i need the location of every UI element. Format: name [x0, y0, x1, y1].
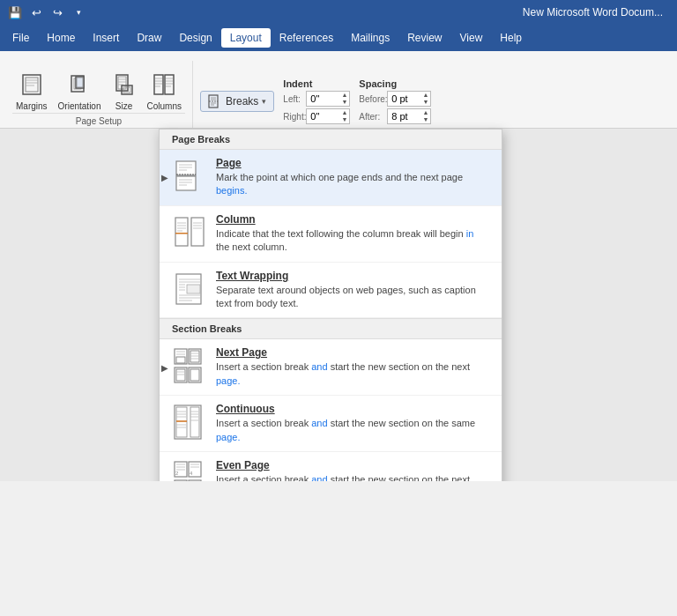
title-bar: 💾 ↩ ↪ ▾ New Microsoft Word Docum... — [0, 0, 677, 25]
size-label: Size — [115, 101, 132, 111]
svg-rect-98 — [175, 480, 187, 481]
even-page-icon: 2 4 — [172, 461, 207, 481]
page-break-desc: Mark the point at which one page ends an… — [216, 171, 489, 198]
continuous-text: Continuous Insert a section break and st… — [216, 403, 489, 444]
indent-left-down[interactable]: ▼ — [341, 99, 347, 106]
menu-draw[interactable]: Draw — [128, 28, 170, 48]
svg-rect-32 — [176, 161, 196, 175]
page-break-text: Page Mark the point at which one page en… — [216, 157, 489, 198]
svg-rect-75 — [190, 369, 199, 381]
breaks-dropdown: Page Breaks ▶ Page — [159, 129, 502, 481]
text-wrapping-icon — [172, 271, 207, 307]
menu-view[interactable]: View — [451, 28, 492, 48]
breaks-option-column[interactable]: Column Indicate that the text following … — [160, 206, 502, 263]
svg-rect-47 — [175, 233, 188, 234]
option-arrow-next-page: ▶ — [161, 362, 168, 372]
continuous-icon — [172, 404, 207, 440]
indent-right-input[interactable]: 0" ▲ ▼ — [306, 108, 350, 124]
quick-access-more[interactable]: ▾ — [69, 3, 88, 22]
page-breaks-header: Page Breaks — [160, 130, 502, 150]
spacing-after-label: After: — [359, 112, 383, 122]
margins-button[interactable]: Margins — [12, 71, 51, 113]
next-page-text: Next Page Insert a section break and sta… — [216, 346, 489, 388]
breaks-option-even-page[interactable]: 2 4 Even Page Insert a section break and… — [160, 452, 502, 481]
continuous-title: Continuous — [216, 403, 489, 415]
columns-button[interactable]: Columns — [144, 71, 185, 113]
quick-access-save[interactable]: 💾 — [5, 3, 25, 22]
layout-options: Breaks ▾ Indent Left: 0" ▲ ▼ — [193, 75, 672, 128]
breaks-option-continuous[interactable]: Continuous Insert a section break and st… — [160, 396, 502, 452]
next-page-desc: Insert a section break and start the new… — [216, 360, 489, 388]
menu-layout[interactable]: Layout — [221, 28, 271, 48]
svg-rect-100 — [189, 480, 201, 481]
svg-rect-41 — [175, 218, 188, 246]
indent-left-input[interactable]: 0" ▲ ▼ — [306, 91, 350, 107]
svg-rect-15 — [123, 87, 130, 93]
column-break-desc: Indicate that the text following the col… — [216, 227, 489, 255]
columns-icon — [153, 73, 175, 100]
spacing-before-label: Before: — [359, 94, 383, 104]
svg-rect-66 — [190, 351, 199, 362]
quick-access-undo[interactable]: ↩ — [26, 3, 46, 22]
indent-right-down[interactable]: ▼ — [341, 116, 347, 123]
orientation-icon — [68, 73, 91, 100]
even-page-text: Even Page Insert a section break and sta… — [216, 459, 489, 481]
margins-label: Margins — [16, 101, 48, 111]
column-break-title: Column — [216, 213, 489, 226]
breaks-option-next-page[interactable]: ▶ — [160, 339, 502, 396]
ribbon: Margins Orientation — [0, 51, 677, 129]
quick-access-redo[interactable]: ↪ — [48, 3, 67, 22]
even-page-title: Even Page — [216, 459, 489, 471]
svg-rect-71 — [176, 369, 185, 381]
svg-rect-1 — [26, 78, 38, 92]
breaks-option-text-wrapping[interactable]: Text Wrapping Separate text around objec… — [160, 263, 502, 319]
spacing-after-up[interactable]: ▲ — [422, 109, 428, 116]
menu-review[interactable]: Review — [398, 28, 450, 48]
menu-mailings[interactable]: Mailings — [342, 28, 398, 48]
indent-left-up[interactable]: ▲ — [341, 92, 347, 99]
window-title: New Microsoft Word Docum... — [90, 6, 672, 19]
columns-label: Columns — [147, 101, 182, 111]
breaks-label: Breaks — [226, 95, 258, 108]
indent-right-up[interactable]: ▲ — [341, 109, 347, 116]
text-wrapping-desc: Separate text around objects on web page… — [216, 284, 489, 311]
breaks-option-page[interactable]: ▶ Page Mark the point at which one — [160, 150, 502, 206]
svg-rect-82 — [176, 420, 187, 422]
spacing-after-down[interactable]: ▼ — [422, 116, 428, 123]
breaks-button[interactable]: Breaks ▾ — [200, 91, 274, 112]
spacing-before-input[interactable]: 0 pt ▲ ▼ — [387, 91, 431, 107]
svg-rect-54 — [187, 285, 200, 293]
orientation-label: Orientation — [58, 101, 101, 111]
continuous-desc: Insert a section break and start the new… — [216, 417, 489, 444]
indent-group: Indent Left: 0" ▲ ▼ Right: 0" — [283, 78, 350, 124]
menu-insert[interactable]: Insert — [84, 28, 128, 48]
indent-header: Indent — [283, 78, 350, 89]
right-label: Right: — [283, 112, 302, 122]
svg-rect-34 — [176, 176, 196, 190]
svg-rect-62 — [176, 357, 185, 363]
spacing-group: Spacing Before: 0 pt ▲ ▼ After: 8 pt — [359, 78, 431, 124]
option-arrow-page: ▶ — [161, 173, 168, 182]
page-break-icon — [172, 159, 207, 194]
size-button[interactable]: Size — [108, 71, 140, 113]
page-break-title: Page — [216, 157, 489, 169]
menu-design[interactable]: Design — [170, 28, 220, 48]
size-icon — [113, 73, 136, 100]
menu-bar: File Home Insert Draw Design Layout Refe… — [0, 25, 677, 51]
even-page-desc: Insert a section break and start the new… — [216, 473, 489, 481]
text-wrapping-text: Text Wrapping Separate text around objec… — [216, 270, 489, 311]
section-breaks-header: Section Breaks — [160, 318, 502, 339]
orientation-button[interactable]: Orientation — [55, 71, 105, 113]
svg-rect-17 — [165, 75, 174, 94]
svg-rect-42 — [191, 218, 204, 246]
menu-home[interactable]: Home — [38, 28, 84, 48]
menu-file[interactable]: File — [4, 28, 38, 48]
breaks-dropdown-arrow: ▾ — [262, 97, 266, 106]
column-break-text: Column Indicate that the text following … — [216, 213, 489, 255]
menu-help[interactable]: Help — [491, 28, 531, 48]
next-page-title: Next Page — [216, 346, 489, 359]
spacing-before-down[interactable]: ▼ — [422, 99, 428, 106]
spacing-after-input[interactable]: 8 pt ▲ ▼ — [387, 108, 431, 124]
spacing-before-up[interactable]: ▲ — [422, 92, 428, 99]
menu-references[interactable]: References — [271, 28, 342, 48]
